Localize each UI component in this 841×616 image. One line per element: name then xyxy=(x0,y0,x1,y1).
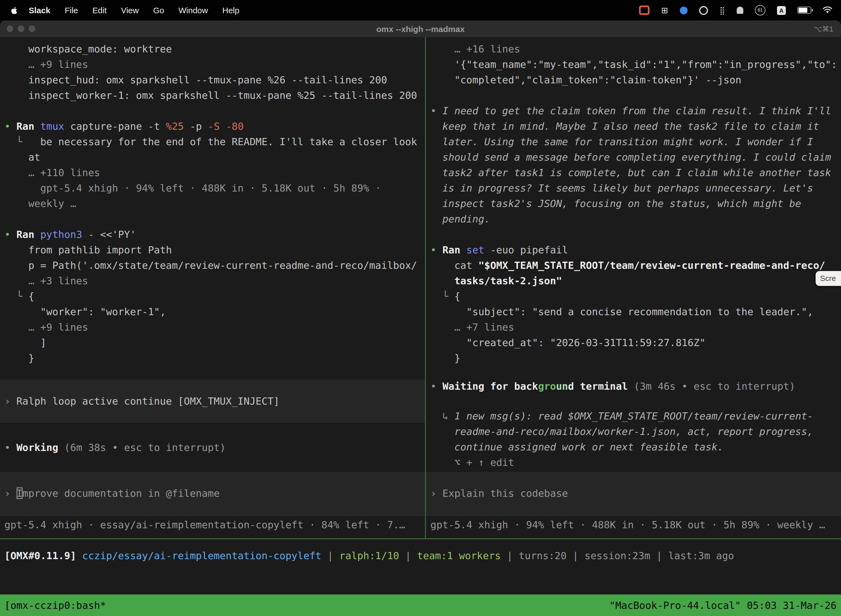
blue-app-status-icon[interactable] xyxy=(680,6,687,14)
text-segment: "$OMX_TEAM_STATE_ROOT/team/review-curren… xyxy=(478,260,825,271)
text-segment: gpt-5.4 xhigh · essay/ai-reimplementatio… xyxy=(4,519,405,531)
tmux-host-clock: "MacBook-Pro-44.local" 05:03 31-Mar-26 xyxy=(609,600,837,611)
terminal-line: keep that in mind. Maybe I also need the… xyxy=(431,119,841,134)
menu-item-file[interactable]: File xyxy=(57,6,85,15)
terminal-line: • Ran set -euo pipefail xyxy=(431,242,841,258)
terminal-line: › Ralph loop active continue [OMX_TMUX_I… xyxy=(4,393,425,409)
text-segment: … +16 lines xyxy=(431,43,520,55)
terminal-line: › Explain this codebase xyxy=(431,486,841,501)
text-segment: "completed","claim_token":"claim-token"}… xyxy=(431,74,741,85)
waiting-status-line: • Waiting for background terminal (3m 46… xyxy=(426,378,841,394)
battery-icon[interactable] xyxy=(797,7,811,14)
text-segment: Ralph loop active continue [OMX_TMUX_INJ… xyxy=(16,395,280,407)
terminal-line: › Improve documentation in @filename xyxy=(4,486,425,501)
prompt-input-left[interactable]: › Improve documentation in @filename xyxy=(0,472,425,516)
ghost-app-icon[interactable] xyxy=(737,7,743,14)
keyboard-grid-icon[interactable]: ⊞ xyxy=(661,5,668,15)
ralph-loop-banner: › Ralph loop active continue [OMX_TMUX_I… xyxy=(0,380,425,423)
terminal-line: readme-and-reco/mailbox/worker-1.json, a… xyxy=(431,424,841,439)
terminal-line: "created_at": "2026-03-31T11:59:27.816Z" xyxy=(431,335,841,351)
terminal-line: … +16 lines xyxy=(431,41,841,57)
text-segment: last:3m ago xyxy=(668,550,734,561)
window-title-bar[interactable]: omx --xhigh --madmax ⌥⌘1 xyxy=(0,21,841,37)
terminal-line: … +110 lines xyxy=(4,165,425,180)
text-segment: %25 xyxy=(166,120,190,132)
text-segment: [OMX#0.11.9] xyxy=(4,550,82,561)
text-segment: └ xyxy=(4,290,28,302)
menu-item-edit[interactable]: Edit xyxy=(85,6,114,15)
terminal-line: └ { xyxy=(431,289,841,304)
menu-item-app[interactable]: Slack xyxy=(22,6,57,15)
mailbox-message-block: ↳ 1 new msg(s): read $OMX_TEAM_STATE_ROO… xyxy=(426,408,841,470)
terminal-line: … +9 lines xyxy=(4,57,425,72)
text-segment: -euo pipefail xyxy=(490,244,568,255)
left-pane-footer: gpt-5.4 xhigh · essay/ai-reimplementatio… xyxy=(0,517,425,532)
text-segment: '{"team_name":"my-team","task_id":"1","f… xyxy=(431,59,837,70)
terminal-line xyxy=(4,103,425,119)
text-segment: • xyxy=(431,105,442,116)
text-segment: task2 after task1 is complete, but can I… xyxy=(431,167,831,178)
text-segment: tmux xyxy=(40,120,70,132)
text-segment: └ xyxy=(4,136,40,147)
terminal-line: pending. xyxy=(431,211,841,227)
text-segment: (6m 38s • esc to interrupt) xyxy=(64,441,226,453)
text-segment: › xyxy=(431,487,442,499)
text-segment: Waiting for back xyxy=(442,380,538,392)
text-segment: ↳ xyxy=(431,410,454,422)
left-pane-output: workspace_mode: worktree … +9 lines insp… xyxy=(0,41,425,366)
text-segment: -S xyxy=(208,120,226,132)
text-segment: ] xyxy=(4,337,46,348)
terminal-line: weekly … xyxy=(4,196,425,211)
menu-item-go[interactable]: Go xyxy=(146,6,171,15)
text-segment: | xyxy=(651,550,668,561)
terminal-line: workspace_mode: worktree xyxy=(4,41,425,57)
input-source-icon[interactable]: A xyxy=(777,6,786,15)
menu-bar: Slack File Edit View Go Window Help ⊞ ⣿ … xyxy=(0,0,841,21)
text-segment: keep that in mind. Maybe I also need the… xyxy=(431,120,819,132)
terminal-line xyxy=(431,227,841,242)
text-segment: cat xyxy=(431,260,478,271)
apple-menu-icon[interactable] xyxy=(11,6,18,15)
text-segment: (3m 46s • esc to interrupt) xyxy=(634,380,795,392)
text-segment: session:23m xyxy=(585,550,650,561)
menu-item-view[interactable]: View xyxy=(114,6,146,15)
menu-item-window[interactable]: Window xyxy=(171,6,215,15)
terminal-line: ] xyxy=(4,335,425,351)
text-segment: gro xyxy=(538,380,556,392)
wifi-icon[interactable] xyxy=(823,7,832,14)
badge-61-icon[interactable]: 61 xyxy=(755,5,765,15)
text-segment: { xyxy=(454,290,460,302)
dark-app-status-icon[interactable] xyxy=(699,6,708,15)
text-segment: ralph:1/10 xyxy=(339,550,399,561)
terminal-pane-right[interactable]: … +16 lines '{"team_name":"my-team","tas… xyxy=(426,37,841,616)
screen-recording-indicator-icon[interactable] xyxy=(639,6,649,15)
text-segment: "worker": "worker-1", xyxy=(4,306,166,317)
tmux-session-label[interactable]: [omx-cczip0:bash* xyxy=(4,600,106,611)
text-segment: { xyxy=(28,290,35,302)
text-segment: I need to get the claim token from the c… xyxy=(442,105,831,116)
text-segment: … +3 lines xyxy=(4,275,88,286)
terminal-line: continue assigned work or next feasible … xyxy=(431,439,841,455)
dots-grid-icon[interactable]: ⣿ xyxy=(719,6,725,15)
terminal-line: "completed","claim_token":"claim-token"}… xyxy=(431,72,841,88)
terminal-line xyxy=(4,211,425,227)
text-segment: | xyxy=(567,550,585,561)
prompt-input-right[interactable]: › Explain this codebase xyxy=(426,472,841,516)
text-segment: Ran xyxy=(16,120,40,132)
right-pane-output: … +16 lines '{"team_name":"my-team","tas… xyxy=(426,41,841,366)
floating-window-fragment[interactable]: Scre xyxy=(816,271,841,286)
menu-item-help[interactable]: Help xyxy=(215,6,247,15)
text-segment: … +7 lines xyxy=(431,321,514,333)
text-segment: is in progress? It seems likely but perh… xyxy=(431,182,813,194)
pane-divider-vertical[interactable] xyxy=(425,37,426,538)
text-cursor: I xyxy=(16,487,22,499)
terminal-line: tasks/task-2.json" xyxy=(431,273,841,289)
text-segment: … +9 lines xyxy=(4,321,88,333)
text-segment: team:1 workers xyxy=(417,550,501,561)
terminal-line: gpt-5.4 xhigh · 94% left · 488K in · 5.1… xyxy=(431,517,841,532)
terminal-line: └ be necessary for the end of the README… xyxy=(4,134,425,150)
terminal-pane-left[interactable]: workspace_mode: worktree … +9 lines insp… xyxy=(0,37,425,616)
window-shortcut-hint: ⌥⌘1 xyxy=(814,25,833,33)
terminal-window: workspace_mode: worktree … +9 lines insp… xyxy=(0,37,841,616)
omx-status-line: [OMX#0.11.9] cczip/essay/ai-reimplementa… xyxy=(0,548,841,563)
